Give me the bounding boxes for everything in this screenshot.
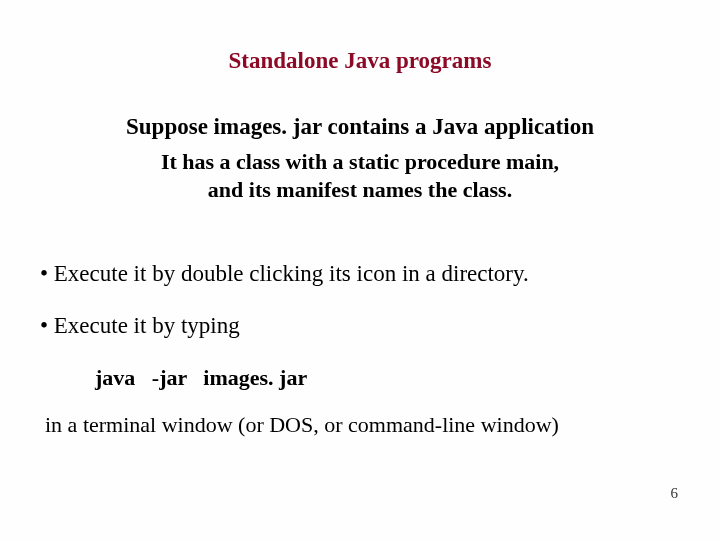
bullet-execute-typing: • Execute it by typing <box>40 313 240 339</box>
slide: Standalone Java programs Suppose images.… <box>0 0 720 540</box>
terminal-note: in a terminal window (or DOS, or command… <box>45 412 559 438</box>
bullet-execute-double-click: • Execute it by double clicking its icon… <box>40 261 529 287</box>
slide-title: Standalone Java programs <box>0 48 720 74</box>
subtitle-line-1: Suppose images. jar contains a Java appl… <box>0 114 720 140</box>
subtitle-block: It has a class with a static procedure m… <box>0 148 720 203</box>
page-number: 6 <box>671 485 679 502</box>
subtitle-line-2b: and its manifest names the class. <box>208 177 512 202</box>
command-line: java -jar images. jar <box>95 365 307 391</box>
subtitle-line-2a: It has a class with a static procedure m… <box>161 149 559 174</box>
